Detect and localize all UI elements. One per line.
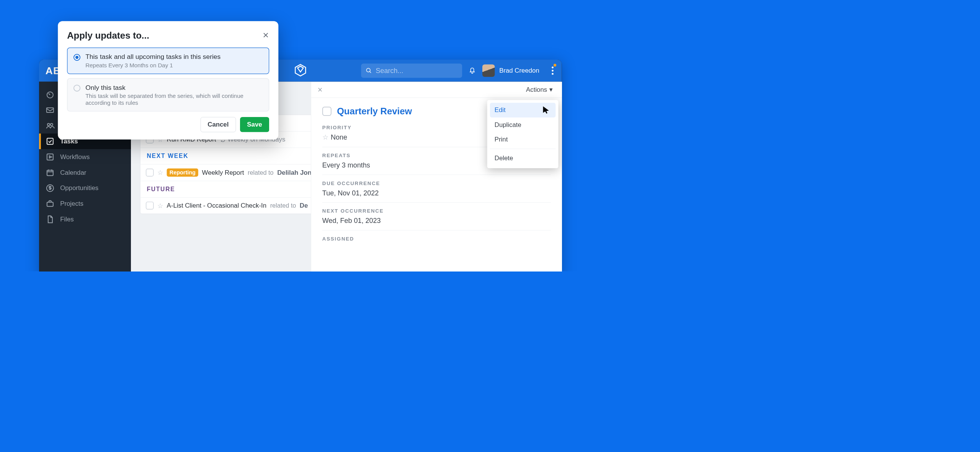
sidebar-item-label: Workflows bbox=[60, 153, 90, 161]
brand-logo-icon bbox=[294, 63, 307, 78]
sidebar-item-label: Projects bbox=[60, 200, 83, 207]
notification-dot-icon bbox=[554, 64, 556, 67]
svg-rect-7 bbox=[47, 170, 53, 176]
avatar[interactable] bbox=[482, 65, 495, 77]
svg-rect-5 bbox=[47, 138, 53, 145]
sidebar-item-label: Calendar bbox=[60, 169, 86, 176]
dropdown-item-delete[interactable]: Delete bbox=[490, 151, 556, 165]
related-prefix: related to bbox=[248, 169, 274, 176]
sidebar-item-workflows[interactable]: Workflows bbox=[39, 149, 131, 165]
svg-point-1 bbox=[47, 92, 53, 98]
sidebar-item-label: Files bbox=[60, 216, 74, 223]
star-icon[interactable]: ☆ bbox=[157, 202, 163, 210]
search-placeholder: Search... bbox=[376, 67, 403, 75]
modal-title: Apply updates to... bbox=[67, 30, 149, 41]
apply-updates-modal: Apply updates to... This task and all up… bbox=[58, 21, 278, 140]
dropdown-separator bbox=[490, 149, 556, 149]
field-value-due[interactable]: Tue, Nov 01, 2022 bbox=[322, 189, 551, 197]
search-input[interactable]: Search... bbox=[361, 63, 462, 78]
radio-icon bbox=[74, 54, 80, 61]
radio-option-all-upcoming[interactable]: This task and all upcoming tasks in this… bbox=[67, 47, 269, 74]
field-label-next: NEXT OCCURRENCE bbox=[322, 208, 551, 214]
sidebar-item-label: Opportunities bbox=[60, 184, 98, 192]
sidebar-item-opportunities[interactable]: Opportunities bbox=[39, 180, 131, 196]
option-subtitle: This task will be separated from the ser… bbox=[85, 93, 263, 106]
user-name[interactable]: Brad Creedon bbox=[499, 67, 539, 74]
sidebar-item-files[interactable]: Files bbox=[39, 211, 131, 227]
dollar-circle-icon bbox=[46, 184, 55, 193]
play-square-icon bbox=[46, 152, 55, 161]
caret-down-icon: ▾ bbox=[549, 86, 552, 93]
notifications-button[interactable] bbox=[468, 66, 477, 75]
svg-point-3 bbox=[47, 124, 50, 126]
related-prefix: related to bbox=[270, 202, 296, 209]
task-complete-checkbox[interactable] bbox=[322, 107, 332, 116]
bell-icon bbox=[468, 66, 477, 75]
svg-rect-9 bbox=[47, 202, 53, 206]
gauge-icon bbox=[46, 90, 55, 99]
field-label-due: DUE OCCURRENCE bbox=[322, 180, 551, 187]
task-title: Quarterly Review bbox=[337, 106, 412, 116]
check-square-icon bbox=[46, 137, 55, 146]
task-checkbox[interactable] bbox=[146, 169, 154, 176]
people-icon bbox=[46, 121, 55, 130]
dropdown-item-print[interactable]: Print bbox=[490, 132, 556, 147]
task-checkbox[interactable] bbox=[146, 202, 154, 209]
cursor-icon bbox=[542, 106, 550, 115]
related-link[interactable]: De bbox=[300, 202, 308, 209]
dropdown-item-duplicate[interactable]: Duplicate bbox=[490, 117, 556, 132]
close-detail-button[interactable]: × bbox=[318, 86, 323, 94]
more-menu-button[interactable] bbox=[544, 65, 555, 76]
briefcase-icon bbox=[46, 199, 55, 208]
task-name: Weekly Report bbox=[202, 169, 244, 176]
radio-option-only-this[interactable]: Only this task This task will be separat… bbox=[67, 78, 269, 112]
save-button[interactable]: Save bbox=[240, 117, 269, 132]
option-title: Only this task bbox=[85, 84, 263, 91]
field-label-assigned: ASSIGNED bbox=[322, 236, 551, 242]
calendar-icon bbox=[46, 168, 55, 177]
option-title: This task and all upcoming tasks in this… bbox=[85, 53, 220, 61]
svg-rect-2 bbox=[47, 108, 54, 112]
close-icon bbox=[262, 32, 269, 39]
svg-point-4 bbox=[51, 124, 53, 126]
star-icon[interactable]: ☆ bbox=[157, 169, 163, 176]
file-icon bbox=[46, 215, 55, 224]
option-subtitle: Repeats Every 3 Months on Day 1 bbox=[85, 62, 220, 68]
star-icon: ☆ bbox=[322, 133, 328, 141]
task-name: A-List Client - Occasional Check-In bbox=[167, 202, 266, 209]
sidebar-item-projects[interactable]: Projects bbox=[39, 196, 131, 211]
search-icon bbox=[366, 67, 372, 74]
cancel-button[interactable]: Cancel bbox=[201, 117, 236, 132]
actions-menu-button[interactable]: Actions ▾ bbox=[523, 84, 555, 95]
task-tag: Reporting bbox=[167, 168, 198, 177]
field-value-next[interactable]: Wed, Feb 01, 2023 bbox=[322, 217, 551, 224]
envelope-icon bbox=[46, 106, 55, 115]
radio-icon bbox=[74, 85, 80, 91]
svg-point-0 bbox=[366, 68, 370, 72]
modal-close-button[interactable] bbox=[262, 30, 269, 41]
sidebar-item-calendar[interactable]: Calendar bbox=[39, 165, 131, 180]
